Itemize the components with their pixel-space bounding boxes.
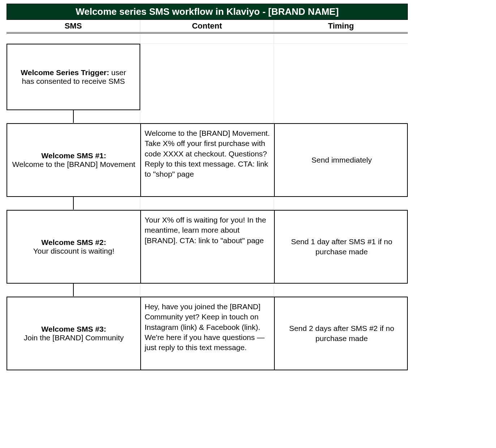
- step-row-3: Welcome SMS #3: Join the [BRAND] Communi…: [7, 297, 408, 370]
- step2-label-bold: Welcome SMS #2:: [41, 238, 106, 246]
- trigger-label-bold: Welcome Series Trigger:: [21, 68, 109, 77]
- step-row-1: Welcome SMS #1: Welcome to the [BRAND] M…: [7, 123, 408, 197]
- step1-label-bold: Welcome SMS #1:: [41, 151, 106, 160]
- step1-timing: Send immediately: [275, 124, 409, 196]
- step3-label: Welcome SMS #3: Join the [BRAND] Communi…: [7, 297, 141, 370]
- step2-content: Your X% off is waiting for you! In the m…: [141, 211, 275, 283]
- header-sms: SMS: [7, 20, 140, 32]
- header-content: Content: [140, 20, 274, 32]
- header-timing: Timing: [274, 20, 408, 32]
- step2-label-text: Your discount is waiting!: [33, 247, 115, 255]
- step1-label-text: Welcome to the [BRAND] Movement: [12, 160, 135, 168]
- step-row-2: Welcome SMS #2: Your discount is waiting…: [7, 210, 408, 284]
- connector-2: [7, 197, 408, 210]
- connector-1: [7, 110, 408, 123]
- column-headers: SMS Content Timing: [7, 20, 408, 34]
- step1-content: Welcome to the [BRAND] Movement. Take X%…: [141, 124, 275, 196]
- trigger-row: Welcome Series Trigger: user has consent…: [7, 44, 408, 110]
- trigger-box: Welcome Series Trigger: user has consent…: [7, 44, 140, 110]
- step3-label-text: Join the [BRAND] Community: [24, 333, 124, 342]
- step1-label: Welcome SMS #1: Welcome to the [BRAND] M…: [7, 124, 141, 196]
- step3-label-bold: Welcome SMS #3:: [41, 325, 106, 333]
- step3-timing: Send 2 days after SMS #2 if no purchase …: [275, 297, 409, 370]
- step2-label: Welcome SMS #2: Your discount is waiting…: [7, 211, 141, 283]
- step2-timing: Send 1 day after SMS #1 if no purchase m…: [275, 211, 409, 283]
- connector-3: [7, 284, 408, 297]
- workflow-title: Welcome series SMS workflow in Klaviyo -…: [7, 4, 408, 20]
- step3-content: Hey, have you joined the [BRAND] Communi…: [141, 297, 275, 370]
